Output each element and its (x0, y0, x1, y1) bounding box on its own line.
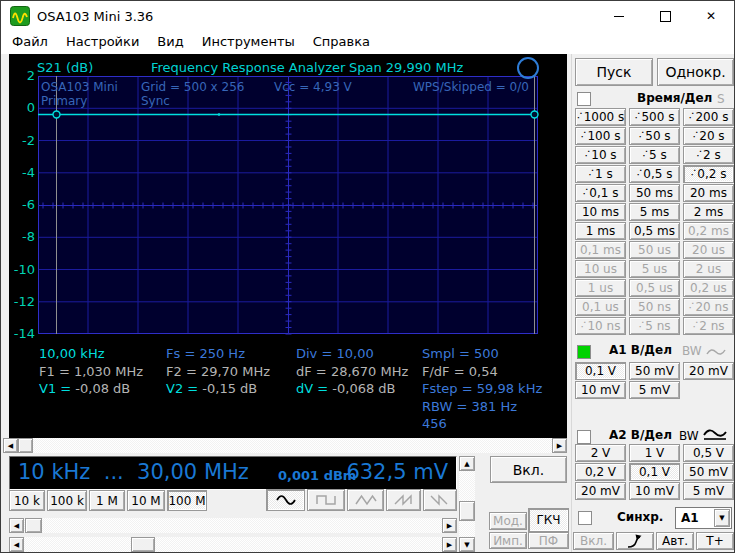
scroll-down-icon[interactable]: ▼ (459, 537, 475, 552)
ch2-vdiv-2-V[interactable]: 2 V (575, 444, 626, 462)
modulation-button[interactable]: Мод. (489, 512, 527, 530)
waveform-ramp-down-button[interactable] (423, 489, 457, 511)
maximize-button[interactable] (642, 1, 688, 31)
sync-source-select[interactable]: A1 ▼ (675, 507, 732, 529)
time-div-0-5-ms[interactable]: 0,5 ms (629, 222, 680, 240)
time-div-10-ms[interactable]: 10 ms (575, 203, 626, 221)
ch2-vdiv-5-mV[interactable]: 5 mV (683, 482, 734, 500)
waveform-triangle-button[interactable] (347, 489, 384, 511)
time-div-5-ms[interactable]: 5 ms (629, 203, 680, 221)
ch2-vdiv-0-1-V[interactable]: 0,1 V (629, 463, 680, 481)
ch1-vdiv-50-mV[interactable]: 50 mV (629, 362, 680, 380)
time-div-20-ns[interactable]: ⠌20 ns (683, 298, 734, 316)
run-button[interactable]: Пуск (575, 58, 653, 86)
ch2-bandwidth-icon[interactable] (703, 426, 727, 445)
time-div-5-ns[interactable]: ⠌5 ns (629, 317, 680, 335)
scope-h-scrollbar[interactable]: ◀ ▶ (3, 438, 567, 453)
ch2-vdiv-20-mV[interactable]: 20 mV (575, 482, 626, 500)
time-div-0-5-s[interactable]: ⠌0,5 s (629, 165, 680, 183)
band-100k-button[interactable]: 100 k (47, 490, 87, 511)
sync-on-button[interactable]: Вкл. (573, 532, 614, 550)
scope-h-scroll-thumb[interactable] (18, 438, 33, 453)
close-button[interactable]: ✕ (688, 1, 734, 31)
ch2-enable-checkbox[interactable] (577, 430, 591, 444)
waveform-ramp-up-button[interactable] (386, 489, 421, 511)
time-div-2-ns[interactable]: ⠌2 ns (683, 317, 734, 335)
generator-coarse-scrollbar[interactable]: ◀ ▶ (9, 518, 457, 533)
menu-item-help[interactable]: Справка (304, 31, 379, 54)
ch1-vdiv-5-mV[interactable]: 5 mV (629, 381, 680, 399)
auto-trigger-button[interactable]: Авт. (656, 532, 694, 550)
generator-fine-scrollbar[interactable]: ◀ ▶ (9, 537, 457, 552)
ch2-vdiv-0-5-V[interactable]: 0,5 V (683, 444, 734, 462)
menu-item-file[interactable]: Файл (3, 31, 57, 54)
time-div-1-ms[interactable]: 1 ms (575, 222, 626, 240)
menu-item-view[interactable]: Вид (148, 31, 192, 54)
time-div-20-s[interactable]: ⠌20 s (683, 127, 734, 145)
time-div-2-s[interactable]: ⠌2 s (683, 146, 734, 164)
waveform-sine-button[interactable] (266, 489, 305, 511)
time-div-0-2-s[interactable]: ⠌0,2 s (683, 165, 734, 183)
band-100m-button[interactable]: 100 M (167, 490, 207, 511)
menu-item-tools[interactable]: Инструменты (193, 31, 304, 54)
pf-button[interactable]: ПФ (528, 532, 569, 549)
trigger-edge-button[interactable] (616, 532, 654, 550)
time-div-2-ms[interactable]: 2 ms (683, 203, 734, 221)
scroll-left-icon[interactable]: ◀ (9, 518, 24, 533)
amplitude-scrollbar[interactable]: ▲ ▼ (459, 456, 475, 552)
scroll-right-icon[interactable]: ▶ (442, 537, 457, 552)
chevron-down-icon[interactable]: ▼ (714, 509, 730, 527)
ch1-vdiv-0-1-V[interactable]: 0,1 V (575, 362, 626, 380)
time-div-0-1-ms[interactable]: 0,1 ms (575, 241, 626, 259)
scroll-right-icon[interactable]: ▶ (552, 438, 567, 453)
time-div-checkbox[interactable] (577, 92, 591, 106)
time-div-50-ns[interactable]: 50 ns (629, 298, 680, 316)
scroll-up-icon[interactable]: ▲ (459, 456, 475, 471)
generator-fine-thumb[interactable] (131, 537, 155, 552)
ch1-enable-checkbox[interactable] (577, 345, 591, 359)
time-div-20-us[interactable]: 20 us (683, 241, 734, 259)
sync-checkbox[interactable] (578, 511, 592, 525)
time-div-200-s[interactable]: ⠌200 s (683, 108, 734, 126)
menu-item-settings[interactable]: Настройки (57, 31, 148, 54)
sweep-gkch-button[interactable]: ГКЧ (528, 508, 569, 532)
ch1-bandwidth-icon[interactable] (706, 343, 726, 362)
time-div-0-1-us[interactable]: 0,1 us (575, 298, 626, 316)
time-div-10-s[interactable]: ⠌10 s (575, 146, 626, 164)
ch2-vdiv-10-mV[interactable]: 10 mV (629, 482, 680, 500)
ch1-vdiv-20-mV[interactable]: 20 mV (683, 362, 734, 380)
time-div-1-s[interactable]: ⠌1 s (575, 165, 626, 183)
generator-power-button[interactable]: Вкл. (490, 456, 567, 483)
band-1m-button[interactable]: 1 M (89, 490, 125, 511)
time-div-0-2-ms[interactable]: 0,2 ms (683, 222, 734, 240)
pulse-button[interactable]: Имп. (489, 532, 527, 549)
trigger-polarity-button[interactable]: Т+ (696, 532, 734, 550)
minimize-button[interactable] (596, 1, 642, 31)
waveform-square-button[interactable] (307, 489, 345, 511)
time-div-100-s[interactable]: ⠌100 s (575, 127, 626, 145)
ch2-vdiv-1-V[interactable]: 1 V (629, 444, 680, 462)
title-bar[interactable]: OSA103 Mini 3.36 ✕ (1, 1, 734, 31)
time-div-1000-s[interactable]: ⠌1000 s (575, 108, 626, 126)
band-10m-button[interactable]: 10 M (127, 490, 165, 511)
time-div-50-us[interactable]: 50 us (629, 241, 680, 259)
time-div-10-us[interactable]: 10 us (575, 260, 626, 278)
time-div-2-us[interactable]: 2 us (683, 260, 734, 278)
time-div-1-us[interactable]: 1 us (575, 279, 626, 297)
generator-coarse-thumb[interactable] (25, 518, 42, 533)
band-10k-button[interactable]: 10 k (9, 490, 45, 511)
ch2-vdiv-0-2-V[interactable]: 0,2 V (575, 463, 626, 481)
scroll-right-icon[interactable]: ▶ (442, 518, 457, 533)
scroll-left-icon[interactable]: ◀ (9, 537, 24, 552)
time-div-0-5-us[interactable]: 0,5 us (629, 279, 680, 297)
time-div-5-us[interactable]: 5 us (629, 260, 680, 278)
time-div-5-s[interactable]: ⠌5 s (629, 146, 680, 164)
time-div-500-s[interactable]: ⠌500 s (629, 108, 680, 126)
ch2-vdiv-50-mV[interactable]: 50 mV (683, 463, 734, 481)
time-div-50-ms[interactable]: 50 ms (629, 184, 680, 202)
time-div-0-1-s[interactable]: ⠌0,1 s (575, 184, 626, 202)
time-div-0-2-us[interactable]: 0,2 us (683, 279, 734, 297)
ch1-vdiv-10-mV[interactable]: 10 mV (575, 381, 626, 399)
time-div-50-s[interactable]: ⠌50 s (629, 127, 680, 145)
time-div-10-ns[interactable]: ⠌10 ns (575, 317, 626, 335)
